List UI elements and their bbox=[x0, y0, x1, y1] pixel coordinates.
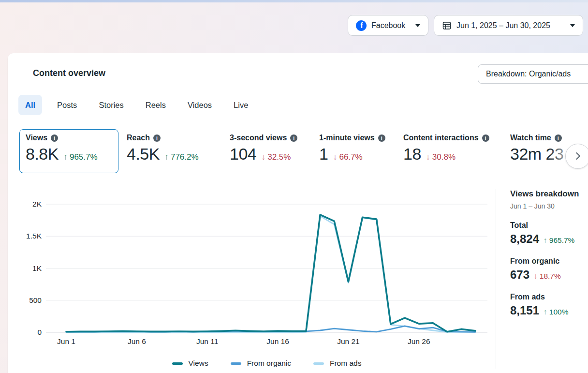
info-icon[interactable] bbox=[51, 134, 58, 142]
breakdown-row-from-ads: From ads 8,151 ↑ 100% bbox=[510, 293, 588, 317]
legend-item-views[interactable]: Views bbox=[172, 359, 208, 368]
metric-delta: 32.5% bbox=[267, 152, 291, 162]
breakdown-label: From ads bbox=[510, 293, 588, 301]
metric-label: Content interactions bbox=[403, 134, 479, 142]
metric-value: 104 bbox=[230, 145, 256, 164]
metric-label: 3-second views bbox=[230, 134, 287, 142]
metric-delta: 965.7% bbox=[70, 152, 98, 162]
metric-card-content-interactions[interactable]: Content interactions 18 ↓ 30.8% bbox=[403, 134, 489, 164]
trend-up-icon: ↑ bbox=[164, 152, 169, 162]
info-icon[interactable] bbox=[153, 134, 161, 142]
svg-text:2K: 2K bbox=[32, 200, 42, 208]
tab-posts[interactable]: Posts bbox=[57, 101, 77, 110]
metric-label: Views bbox=[26, 134, 47, 142]
top-accent-bar bbox=[0, 0, 588, 2]
trend-down-icon: ↓ bbox=[333, 152, 337, 162]
date-range-label: Jun 1, 2025 – Jun 30, 2025 bbox=[456, 21, 550, 30]
views-series-swatch bbox=[172, 362, 183, 365]
legend-label: From ads bbox=[330, 359, 361, 368]
breakdown-selector-button[interactable]: Breakdown: Organic/ads bbox=[478, 64, 588, 84]
page-title: Content overview bbox=[33, 68, 105, 78]
legend-label: From organic bbox=[247, 359, 291, 368]
breakdown-delta: 965.7% bbox=[549, 236, 575, 245]
breakdown-label: From organic bbox=[510, 257, 588, 266]
ads-series-swatch bbox=[313, 362, 324, 365]
panel-date-range: Jun 1 – Jun 30 bbox=[510, 202, 588, 210]
chevron-right-icon bbox=[573, 152, 581, 160]
breakdown-value: 8,151 bbox=[510, 304, 539, 317]
trend-down-icon: ↓ bbox=[426, 152, 430, 162]
metric-label: Watch time bbox=[510, 134, 551, 142]
metric-value: 8.8K bbox=[26, 145, 59, 164]
metric-delta: 30.8% bbox=[432, 152, 456, 162]
svg-text:Jun 1: Jun 1 bbox=[57, 337, 75, 345]
metric-label: 1-minute views bbox=[319, 134, 375, 142]
breakdown-value: 8,824 bbox=[510, 232, 539, 246]
page-background: Facebook Jun 1, 2025 – Jun 30, 2025 Cont… bbox=[0, 0, 588, 373]
metric-card-3-second-views[interactable]: 3-second views 104 ↓ 32.5% bbox=[230, 134, 297, 164]
info-icon[interactable] bbox=[555, 134, 562, 142]
views-breakdown-panel: Views breakdown Jun 1 – Jun 30 Total 8,8… bbox=[510, 189, 588, 317]
svg-text:1K: 1K bbox=[32, 264, 42, 272]
trend-up-icon: ↑ bbox=[544, 308, 547, 316]
metric-card-views[interactable]: Views 8.8K ↑ 965.7% bbox=[19, 129, 118, 173]
breakdown-row-from-organic: From organic 673 ↓ 18.7% bbox=[510, 257, 588, 282]
metric-delta: 776.2% bbox=[171, 152, 199, 162]
tab-all[interactable]: All bbox=[18, 95, 42, 115]
trend-down-icon: ↓ bbox=[534, 272, 538, 281]
svg-text:Jun 21: Jun 21 bbox=[337, 337, 360, 345]
chart-legend: Views From organic From ads bbox=[46, 359, 487, 368]
panel-title: Views breakdown bbox=[510, 189, 588, 199]
legend-label: Views bbox=[189, 359, 208, 368]
metric-label: Reach bbox=[127, 134, 150, 142]
calendar-icon bbox=[442, 21, 452, 30]
views-line-chart: 05001K1.5K2KJun 1Jun 6Jun 11Jun 16Jun 21… bbox=[0, 184, 498, 353]
tab-videos[interactable]: Videos bbox=[188, 101, 212, 110]
metric-delta: 66.7% bbox=[339, 152, 362, 162]
organic-series-swatch bbox=[231, 362, 241, 365]
metrics-next-button[interactable] bbox=[565, 144, 588, 169]
breakdown-value: 673 bbox=[510, 268, 529, 282]
platform-selector-label: Facebook bbox=[371, 21, 405, 30]
platform-selector-button[interactable]: Facebook bbox=[348, 15, 428, 36]
tab-live[interactable]: Live bbox=[234, 101, 248, 110]
svg-text:Jun 6: Jun 6 bbox=[128, 337, 146, 345]
info-icon[interactable] bbox=[290, 134, 297, 142]
svg-text:Jun 11: Jun 11 bbox=[196, 337, 218, 345]
info-icon[interactable] bbox=[378, 134, 385, 142]
metric-value: 18 bbox=[403, 145, 421, 164]
info-icon[interactable] bbox=[482, 134, 489, 142]
breakdown-row-total: Total 8,824 ↑ 965.7% bbox=[510, 221, 588, 246]
tab-reels[interactable]: Reels bbox=[146, 101, 166, 110]
trend-up-icon: ↑ bbox=[544, 236, 547, 245]
breakdown-label: Total bbox=[510, 221, 588, 230]
breakdown-delta: 100% bbox=[549, 308, 569, 316]
svg-text:Jun 26: Jun 26 bbox=[408, 337, 430, 345]
legend-item-from-ads[interactable]: From ads bbox=[313, 359, 361, 368]
date-range-button[interactable]: Jun 1, 2025 – Jun 30, 2025 bbox=[434, 15, 583, 36]
panel-divider bbox=[496, 189, 496, 369]
metric-card-reach[interactable]: Reach 4.5K ↑ 776.2% bbox=[127, 134, 199, 164]
svg-text:0: 0 bbox=[37, 328, 42, 336]
chevron-down-icon bbox=[415, 24, 420, 27]
breakdown-delta: 18.7% bbox=[540, 272, 561, 281]
svg-text:500: 500 bbox=[29, 296, 42, 304]
breakdown-selector-label: Breakdown: Organic/ads bbox=[486, 70, 571, 78]
chevron-down-icon bbox=[570, 24, 575, 27]
trend-down-icon: ↓ bbox=[261, 152, 265, 162]
legend-item-from-organic[interactable]: From organic bbox=[231, 359, 291, 368]
metric-value: 4.5K bbox=[127, 145, 160, 164]
trend-up-icon: ↑ bbox=[63, 152, 68, 162]
metric-value: 1 bbox=[319, 145, 328, 164]
facebook-icon bbox=[356, 20, 367, 31]
svg-text:1.5K: 1.5K bbox=[26, 232, 42, 240]
metric-card-1-minute-views[interactable]: 1-minute views 1 ↓ 66.7% bbox=[319, 134, 385, 164]
tab-stories[interactable]: Stories bbox=[99, 101, 123, 110]
content-type-tabs: All Posts Stories Reels Videos Live bbox=[18, 95, 248, 115]
svg-text:Jun 16: Jun 16 bbox=[266, 337, 289, 345]
